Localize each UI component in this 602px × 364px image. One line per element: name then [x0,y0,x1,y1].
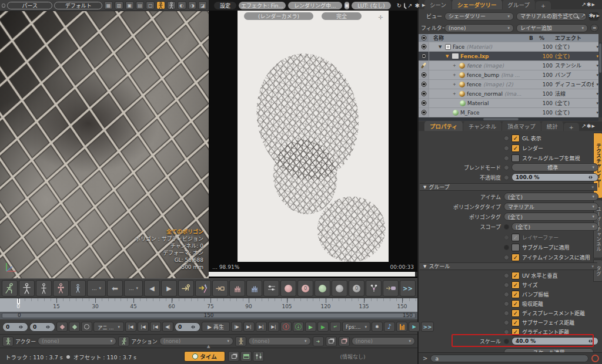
skeleton-icon[interactable] [53,280,69,296]
layer-opacity[interactable]: 100 [537,53,555,59]
step-fwd-icon[interactable]: ▶| [243,322,255,332]
frame-back-icon[interactable]: ◀| [162,322,173,332]
render-checkbox[interactable]: ✓ [511,144,520,152]
wireframe-toggle-icon[interactable]: ▦ [104,1,113,9]
pose-select[interactable]: (none)▾ [248,337,311,345]
expand-plus-icon[interactable]: + [453,92,457,96]
refresh-icon[interactable]: ↻ [397,2,402,9]
preset-select[interactable]: (none)▾ [352,337,415,345]
next-pose-icon[interactable]: ▶ [161,280,177,296]
table-row[interactable]: +fence (Image) (2) 100 ディフューズの色▾ [419,80,598,89]
cage-toggle-icon[interactable]: ▢ [146,1,155,9]
render-camera-button[interactable]: (レンダーカメラ) [244,12,313,20]
fps-select[interactable]: Fps:...▾ [342,322,370,332]
filter-select[interactable]: (none)▾ [444,24,514,32]
list-options-icon[interactable]: ≡ [590,24,598,32]
gear-icon[interactable]: ✱ [588,12,593,19]
actor-tpose-icon[interactable] [19,280,35,296]
mocap-icon[interactable] [195,280,211,296]
maximize-icon[interactable]: ↗ [581,12,586,19]
range-end-spinner[interactable]: 0 [29,322,55,332]
render-preview-pane[interactable]: (レンダーカメラ) 完全 ✛ … 98.91% 00:00:33 [209,0,417,278]
key-zero-icon[interactable]: 0 [297,280,313,296]
spinner-icon[interactable] [587,339,594,343]
expand-arrow-icon[interactable]: ▼ [446,54,450,59]
expand-arrow-icon[interactable]: ▼ [439,45,443,49]
table-row[interactable]: ▼Face (Material) 100 (全て)▾ [419,42,598,52]
vertices-toggle-icon[interactable]: ▧ [115,1,123,9]
scope-select[interactable]: (全て)▾ [511,223,598,231]
keyframe-dot-icon[interactable] [504,339,509,344]
tab-perspective[interactable]: パース [7,2,52,9]
keyframe-dot-icon[interactable] [504,165,509,170]
command-input[interactable]: a [430,355,588,362]
eye-icon[interactable] [419,108,429,117]
eye-icon[interactable] [419,89,429,98]
uv-checkbox[interactable]: ✓ [511,272,520,279]
effect-select[interactable]: ディフューズの色▾ [555,80,598,88]
item-select[interactable]: (全て)▾ [504,193,598,201]
action-select[interactable]: (none)▾ [159,337,233,345]
pan-icon[interactable]: ✛ [557,12,562,19]
eye-icon[interactable] [419,99,429,107]
name-column-header[interactable]: 名称 [429,34,529,42]
ignore-scale-group-checkbox[interactable] [511,154,520,162]
pose-icon[interactable] [235,336,246,346]
full-quality-button[interactable]: 完全 [322,12,362,20]
gl-display-checkbox[interactable]: ✓ [511,134,520,142]
auto-key-clock-icon[interactable] [81,322,92,332]
eye-icon[interactable] [419,70,429,79]
blend-mode-select[interactable]: 標準▾ [511,163,598,171]
tab-default-shading[interactable]: デフォルト [54,2,102,9]
keyframe-dot-icon[interactable] [504,136,509,141]
keyframe-dot-icon[interactable] [504,146,509,151]
view-select[interactable]: シェーダツリー▾ [444,12,514,21]
effect-select[interactable]: ステンシル▾ [555,62,598,69]
props-gear-icon[interactable]: ✱ [587,123,591,131]
copy-pose-icon[interactable] [326,336,337,346]
key-gray-icon[interactable] [332,280,347,296]
item-mode-icon[interactable] [156,1,165,9]
displacement-checkbox[interactable]: ✓ [511,309,520,317]
keyframe-dot-icon[interactable] [504,255,509,260]
eye-icon[interactable] [419,42,429,51]
keyframe-dot-icon[interactable] [504,301,509,306]
constraint-icon[interactable] [383,280,399,296]
retarget-icon[interactable] [178,280,194,296]
keyframe-dot-icon[interactable] [504,273,509,278]
preview-maximize-icon[interactable]: ↗ [407,2,412,9]
gradient-checkbox[interactable]: ✓ [511,328,520,336]
paste-pose-icon[interactable] [339,336,350,346]
time-mode-button[interactable]: タイム [184,351,225,362]
expand-plus-icon[interactable]: + [453,73,457,77]
prev-pose-icon[interactable]: ◀ [144,280,160,296]
pivot-mode-icon[interactable] [167,1,176,9]
opacity-field[interactable]: 100.0 % [511,173,598,181]
channel-haul-icon[interactable] [263,280,279,296]
shade-a-toggle-icon[interactable]: ◐ [178,1,186,9]
record-macro-icon[interactable] [591,355,599,362]
bake-icon[interactable] [212,280,228,296]
skeleton-small-icon[interactable] [70,280,86,296]
keyframe-dot-icon[interactable] [504,224,509,230]
polygon-tag-type-select[interactable]: マテリアル▾ [504,203,598,211]
hand-pink-icon[interactable] [229,280,245,296]
add-layer-select[interactable]: レイヤー追加▾ [516,24,588,32]
blend-column-header[interactable]: B [529,35,537,41]
expand-plus-icon[interactable]: + [453,82,457,87]
effect-select[interactable]: 法線▾ [555,90,598,97]
timeline-range-bar[interactable]: 0 150 150 [0,312,417,319]
viewport-3d[interactable]: 全てのポリゴン ポリゴン : サブディビジョン チャンネル: 0 デフォーマ: … [0,0,209,278]
tab-channels[interactable]: チャンネル [463,121,501,131]
frame-fwd-icon[interactable]: |▶ [231,322,242,332]
keyframe-dot-icon[interactable] [504,175,509,180]
subsurface-checkbox[interactable]: ✓ [511,319,520,326]
toolbar-overflow-button[interactable]: >> [400,280,416,296]
dopesheet-icon[interactable] [240,351,252,362]
keyframe-dot-icon[interactable] [504,156,509,161]
effect-select[interactable]: (全て)▾ [555,43,598,50]
goto-start-icon[interactable]: |◀ [125,322,136,332]
keyframe-dot-icon[interactable] [504,245,509,250]
tab-statistics[interactable]: 統計 [541,121,563,131]
tab-add[interactable]: + [564,123,579,131]
